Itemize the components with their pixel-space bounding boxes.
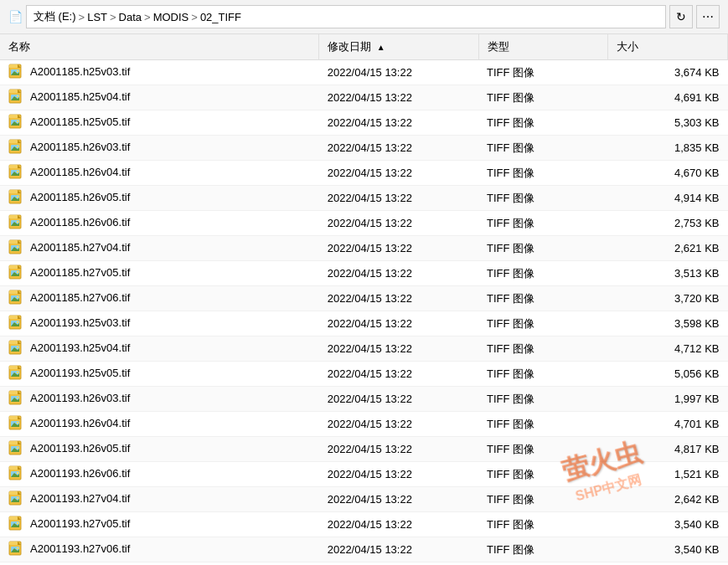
table-row[interactable]: A2001193.h26v06.tif2022/04/15 13:22TIFF … (0, 462, 728, 487)
file-name-cell: A2001185.h26v04.tif (0, 161, 319, 186)
table-row[interactable]: A2001193.h27v04.tif2022/04/15 13:22TIFF … (0, 487, 728, 512)
file-icon-container: A2001193.h25v05.tif (8, 365, 130, 380)
file-name: A2001185.h25v05.tif (30, 116, 130, 128)
file-name-cell: A2001185.h25v03.tif (0, 60, 319, 85)
svg-point-47 (17, 246, 18, 248)
file-type: TIFF 图像 (478, 261, 608, 286)
table-row[interactable]: A2001185.h25v04.tif2022/04/15 13:22TIFF … (0, 85, 728, 110)
column-type[interactable]: 类型 (478, 34, 608, 60)
table-row[interactable]: A2001193.h25v04.tif2022/04/15 13:22TIFF … (0, 336, 728, 362)
svg-point-65 (17, 321, 18, 323)
file-date: 2022/04/15 13:22 (319, 437, 478, 462)
table-row[interactable]: A2001185.h26v06.tif2022/04/15 13:22TIFF … (0, 211, 728, 236)
table-row[interactable]: A2001193.h25v03.tif2022/04/15 13:22TIFF … (0, 311, 728, 336)
svg-rect-80 (9, 391, 18, 394)
table-row[interactable]: A2001185.h27v04.tif2022/04/15 13:22TIFF … (0, 236, 728, 261)
file-icon-container: A2001185.h27v05.tif (8, 265, 130, 280)
tiff-file-icon (8, 541, 25, 556)
table-row[interactable]: A2001185.h26v03.tif2022/04/15 13:22TIFF … (0, 136, 728, 161)
table-row[interactable]: A2001185.h25v03.tif2022/04/15 13:22TIFF … (0, 60, 728, 85)
file-name-cell: A2001193.h25v03.tif (0, 311, 319, 336)
file-size: 1,521 KB (608, 462, 728, 487)
file-name: A2001185.h25v04.tif (30, 90, 130, 103)
table-row[interactable]: A2001185.h26v04.tif2022/04/15 13:22TIFF … (0, 161, 728, 186)
file-size: 2,621 KB (608, 236, 728, 261)
table-row[interactable]: A2001193.h26v03.tif2022/04/15 13:22TIFF … (0, 387, 728, 412)
tiff-file-icon (8, 239, 25, 254)
svg-point-35 (17, 196, 18, 198)
table-row[interactable]: A2001193.h27v05.tif2022/04/15 13:22TIFF … (0, 512, 728, 537)
table-row[interactable]: A2001193.h26v04.tif2022/04/15 13:22TIFF … (0, 412, 728, 437)
column-size[interactable]: 大小 (608, 34, 728, 60)
tiff-file-icon (8, 390, 25, 405)
table-row[interactable]: A2001193.h27v06.tif2022/04/15 13:22TIFF … (0, 537, 728, 562)
file-date: 2022/04/15 13:22 (319, 311, 478, 336)
file-name-cell: A2001193.h26v05.tif (0, 437, 319, 462)
file-date: 2022/04/15 13:22 (319, 85, 478, 110)
file-date: 2022/04/15 13:22 (319, 512, 478, 537)
file-name: A2001193.h26v04.tif (30, 417, 130, 429)
table-row[interactable]: A2001185.h26v05.tif2022/04/15 13:22TIFF … (0, 186, 728, 211)
file-name-cell: A2001193.h27v05.tif (0, 512, 319, 537)
file-type: TIFF 图像 (478, 462, 608, 487)
table-row[interactable]: A2001185.h27v06.tif2022/04/15 13:22TIFF … (0, 286, 728, 311)
svg-rect-98 (9, 466, 18, 470)
svg-point-11 (17, 95, 18, 97)
file-type: TIFF 图像 (478, 487, 608, 512)
column-date[interactable]: 修改日期 ▲ (319, 34, 478, 60)
breadcrumb-root[interactable]: 文档 (E:) (34, 9, 76, 24)
file-name-cell: A2001185.h26v06.tif (0, 211, 319, 236)
file-name-cell: A2001185.h26v05.tif (0, 186, 319, 211)
svg-point-53 (17, 271, 18, 273)
file-size: 1,835 KB (608, 136, 728, 161)
column-name[interactable]: 名称 (0, 34, 319, 60)
table-row[interactable]: A2001193.h25v05.tif2022/04/15 13:22TIFF … (0, 362, 728, 387)
file-name-cell: A2001193.h26v04.tif (0, 412, 319, 437)
file-type: TIFF 图像 (478, 136, 608, 161)
file-type: TIFF 图像 (478, 311, 608, 336)
file-name: A2001185.h25v03.tif (30, 65, 130, 78)
breadcrumb-tiff[interactable]: 02_TIFF (200, 11, 241, 23)
table-row[interactable]: A2001193.h26v05.tif2022/04/15 13:22TIFF … (0, 437, 728, 462)
file-icon-addr: 📄 (8, 10, 23, 23)
address-actions: ↻ ⋯ (669, 5, 720, 28)
refresh-button[interactable]: ↻ (669, 5, 693, 28)
file-date: 2022/04/15 13:22 (319, 462, 478, 487)
file-date: 2022/04/15 13:22 (319, 211, 478, 236)
file-icon-container: A2001185.h27v04.tif (8, 239, 130, 254)
breadcrumb-lst[interactable]: LST (87, 11, 107, 23)
breadcrumb-sep-4: > (191, 11, 198, 23)
tiff-file-icon (8, 214, 25, 229)
file-name-cell: A2001185.h25v05.tif (0, 110, 319, 136)
tiff-file-icon (8, 315, 25, 330)
file-type: TIFF 图像 (478, 161, 608, 186)
breadcrumb[interactable]: 文档 (E:) > LST > Data > MODIS > 02_TIFF (26, 5, 666, 28)
file-size: 5,303 KB (608, 110, 728, 136)
tiff-file-icon (8, 265, 25, 280)
table-row[interactable]: A2001185.h25v05.tif2022/04/15 13:22TIFF … (0, 110, 728, 136)
tiff-file-icon (8, 89, 25, 104)
file-date: 2022/04/15 13:22 (319, 110, 478, 136)
file-name-cell: A2001185.h27v05.tif (0, 261, 319, 286)
file-icon-container: A2001193.h26v04.tif (8, 415, 130, 430)
more-button[interactable]: ⋯ (696, 5, 720, 28)
tiff-file-icon (8, 340, 25, 355)
svg-point-77 (17, 372, 18, 373)
svg-rect-104 (9, 491, 18, 495)
file-name: A2001185.h27v06.tif (30, 291, 130, 304)
breadcrumb-data[interactable]: Data (119, 11, 142, 23)
file-icon-container: A2001193.h26v05.tif (8, 440, 130, 455)
breadcrumb-modis[interactable]: MODIS (153, 11, 189, 23)
file-name-cell: A2001185.h25v04.tif (0, 85, 319, 110)
svg-point-89 (17, 422, 18, 424)
svg-point-107 (17, 497, 18, 499)
tiff-file-icon (8, 139, 25, 154)
file-icon-container: A2001193.h27v06.tif (8, 541, 130, 556)
svg-point-23 (17, 146, 18, 147)
file-name: A2001193.h26v03.tif (30, 392, 130, 404)
table-row[interactable]: A2001185.h27v05.tif2022/04/15 13:22TIFF … (0, 261, 728, 286)
file-size: 3,540 KB (608, 512, 728, 537)
file-date: 2022/04/15 13:22 (319, 60, 478, 85)
svg-point-119 (17, 547, 18, 549)
file-type: TIFF 图像 (478, 60, 608, 85)
